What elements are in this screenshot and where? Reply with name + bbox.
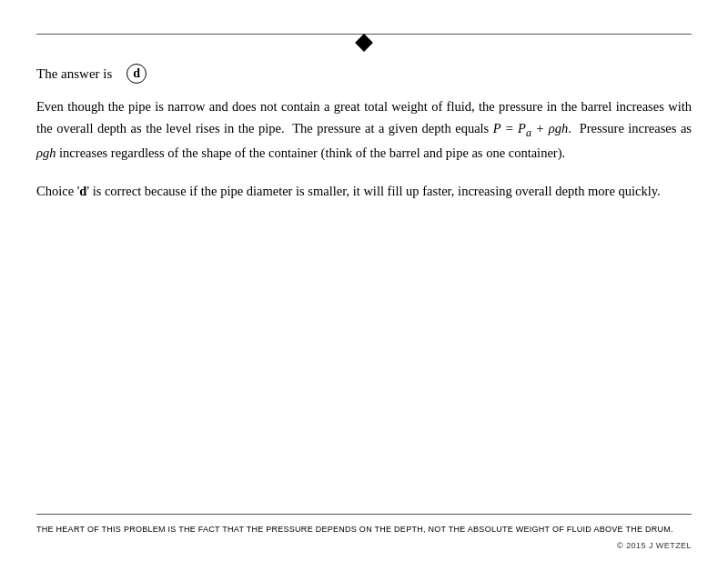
answer-circle: d — [126, 64, 147, 84]
diamond-icon — [355, 34, 373, 52]
para2-part2: ' is correct because if the pipe diamete… — [86, 184, 660, 198]
answer-line: The answer is d — [36, 64, 692, 84]
explanation-paragraph-1: Even though the pipe is narrow and does … — [36, 96, 692, 165]
bottom-note: THE HEART OF THIS PROBLEM IS THE FACT TH… — [36, 524, 692, 536]
explanation-paragraph-2: Choice 'd' is correct because if the pip… — [36, 181, 692, 203]
bottom-rule — [36, 514, 692, 515]
bottom-section: THE HEART OF THIS PROBLEM IS THE FACT TH… — [0, 514, 728, 562]
answer-choice: d — [133, 66, 140, 81]
para2-part1: Choice ' — [36, 184, 79, 198]
top-divider — [36, 0, 692, 49]
formula: P = Pa + ρgh — [493, 121, 568, 135]
copyright: © 2015 J WETZEL — [36, 541, 692, 550]
page-container: The answer is d Even though the pipe is … — [0, 0, 728, 561]
answer-label: The answer is — [36, 66, 112, 82]
